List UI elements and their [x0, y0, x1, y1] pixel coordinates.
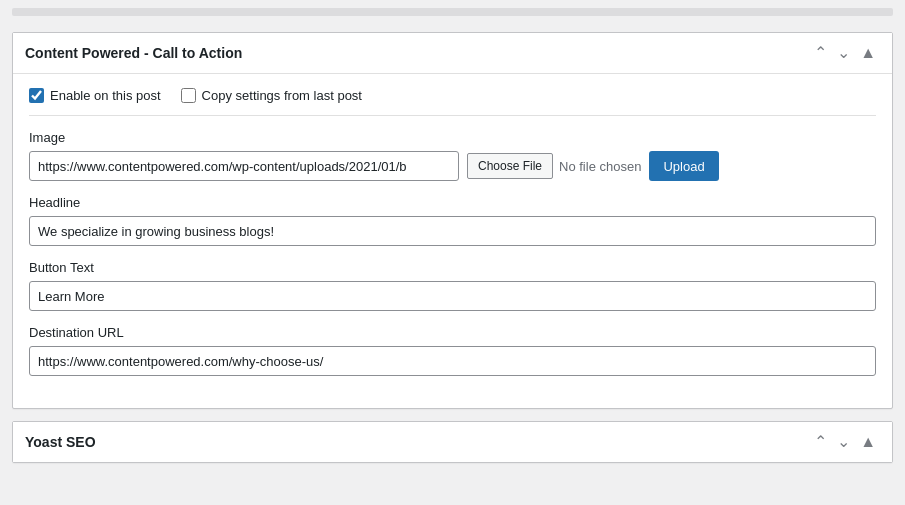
image-field-group: Image Choose File No file chosen Upload	[29, 130, 876, 181]
headline-label: Headline	[29, 195, 876, 210]
button-text-input[interactable]	[29, 281, 876, 311]
button-text-label: Button Text	[29, 260, 876, 275]
image-label: Image	[29, 130, 876, 145]
yoast-panel-title: Yoast SEO	[25, 434, 96, 450]
image-field-row: Choose File No file chosen Upload	[29, 151, 876, 181]
copy-settings-label-text: Copy settings from last post	[202, 88, 362, 103]
destination-url-field-group: Destination URL	[29, 325, 876, 376]
enable-checkbox[interactable]	[29, 88, 44, 103]
cta-toggle-button[interactable]: ▲	[856, 43, 880, 63]
yoast-collapse-up-button[interactable]: ⌃	[810, 432, 831, 452]
enable-checkbox-label[interactable]: Enable on this post	[29, 88, 161, 103]
enable-label-text: Enable on this post	[50, 88, 161, 103]
choose-file-button[interactable]: Choose File	[467, 153, 553, 179]
destination-url-label: Destination URL	[29, 325, 876, 340]
yoast-toggle-button[interactable]: ▲	[856, 432, 880, 452]
cta-collapse-down-button[interactable]: ⌄	[833, 43, 854, 63]
no-file-text: No file chosen	[559, 159, 641, 174]
upload-button[interactable]: Upload	[649, 151, 718, 181]
top-bar	[12, 8, 893, 16]
chevron-down-icon: ⌄	[837, 45, 850, 61]
button-text-field-group: Button Text	[29, 260, 876, 311]
yoast-metabox-header: Yoast SEO ⌃ ⌄ ▲	[13, 422, 892, 462]
copy-settings-checkbox[interactable]	[181, 88, 196, 103]
cta-metabox-header: Content Powered - Call to Action ⌃ ⌄ ▲	[13, 33, 892, 74]
yoast-panel-controls: ⌃ ⌄ ▲	[810, 432, 880, 452]
chevron-down-icon: ⌄	[837, 434, 850, 450]
triangle-up-icon: ▲	[860, 45, 876, 61]
destination-url-input[interactable]	[29, 346, 876, 376]
file-input-wrapper: Choose File No file chosen	[467, 153, 641, 179]
headline-field-group: Headline	[29, 195, 876, 246]
cta-metabox: Content Powered - Call to Action ⌃ ⌄ ▲ E…	[12, 32, 893, 409]
headline-input[interactable]	[29, 216, 876, 246]
cta-metabox-body: Enable on this post Copy settings from l…	[13, 74, 892, 408]
enable-row: Enable on this post Copy settings from l…	[29, 88, 876, 116]
yoast-collapse-down-button[interactable]: ⌄	[833, 432, 854, 452]
cta-panel-controls: ⌃ ⌄ ▲	[810, 43, 880, 63]
cta-collapse-up-button[interactable]: ⌃	[810, 43, 831, 63]
yoast-metabox: Yoast SEO ⌃ ⌄ ▲	[12, 421, 893, 463]
chevron-up-icon: ⌃	[814, 45, 827, 61]
triangle-up-icon: ▲	[860, 434, 876, 450]
copy-settings-checkbox-label[interactable]: Copy settings from last post	[181, 88, 362, 103]
cta-panel-title: Content Powered - Call to Action	[25, 45, 242, 61]
chevron-up-icon: ⌃	[814, 434, 827, 450]
image-url-input[interactable]	[29, 151, 459, 181]
